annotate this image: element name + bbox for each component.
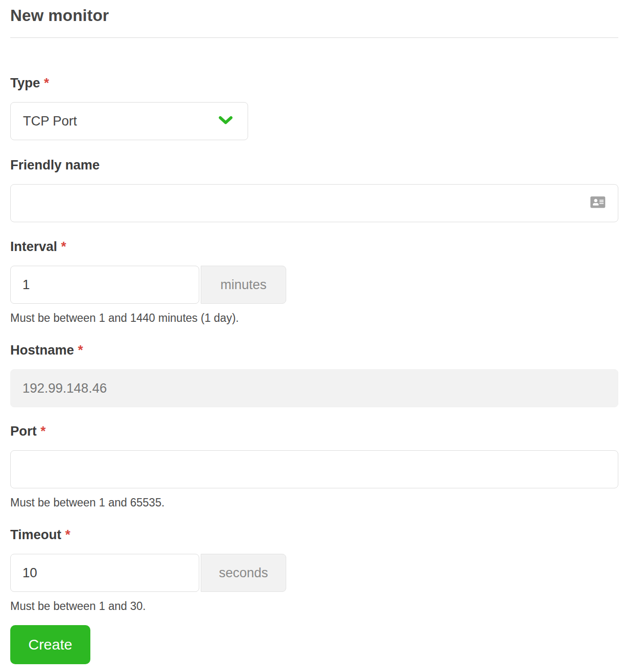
new-monitor-page: New monitor Type* TCP Port Friendly name <box>0 0 632 672</box>
create-button[interactable]: Create <box>10 625 90 664</box>
interval-field-group: Interval* minutes Must be between 1 and … <box>10 239 618 325</box>
timeout-input[interactable] <box>10 554 199 592</box>
friendly-name-input-wrap <box>10 184 618 222</box>
interval-unit-addon: minutes <box>201 266 286 304</box>
timeout-unit-addon: seconds <box>201 554 286 592</box>
title-divider <box>10 37 618 38</box>
port-field-group: Port* Must be between 1 and 65535. <box>10 423 618 509</box>
type-select[interactable]: TCP Port <box>10 102 248 140</box>
port-label-text: Port <box>10 424 37 439</box>
interval-required-asterisk: * <box>61 239 66 254</box>
type-select-value: TCP Port <box>23 114 77 129</box>
port-required-asterisk: * <box>41 424 46 439</box>
interval-input-group: minutes <box>10 266 618 304</box>
friendly-name-label: Friendly name <box>10 157 618 173</box>
timeout-label: Timeout* <box>10 527 618 543</box>
hostname-field-group: Hostname* <box>10 342 618 407</box>
hostname-input-wrap <box>10 369 618 407</box>
type-label: Type* <box>10 75 618 91</box>
hostname-required-asterisk: * <box>78 343 84 357</box>
port-input-wrap <box>10 450 618 488</box>
hostname-label-text: Hostname <box>10 343 74 357</box>
timeout-input-group: seconds <box>10 554 618 592</box>
page-title: New monitor <box>10 4 618 25</box>
type-label-text: Type <box>10 76 40 90</box>
interval-label-text: Interval <box>10 239 57 254</box>
timeout-required-asterisk: * <box>65 527 71 542</box>
port-label: Port* <box>10 423 618 439</box>
hostname-label: Hostname* <box>10 342 618 358</box>
interval-help-text: Must be between 1 and 1440 minutes (1 da… <box>10 312 618 325</box>
chevron-down-icon <box>218 115 233 127</box>
hostname-input <box>10 369 618 407</box>
type-required-asterisk: * <box>44 76 49 90</box>
friendly-name-field-group: Friendly name <box>10 157 618 222</box>
timeout-help-text: Must be between 1 and 30. <box>10 600 618 613</box>
friendly-name-input[interactable] <box>10 184 618 222</box>
interval-input[interactable] <box>10 266 199 304</box>
timeout-label-text: Timeout <box>10 527 62 542</box>
timeout-field-group: Timeout* seconds Must be between 1 and 3… <box>10 527 618 613</box>
interval-label: Interval* <box>10 239 618 254</box>
port-input[interactable] <box>10 450 618 488</box>
port-help-text: Must be between 1 and 65535. <box>10 496 618 509</box>
type-field-group: Type* TCP Port <box>10 75 618 140</box>
